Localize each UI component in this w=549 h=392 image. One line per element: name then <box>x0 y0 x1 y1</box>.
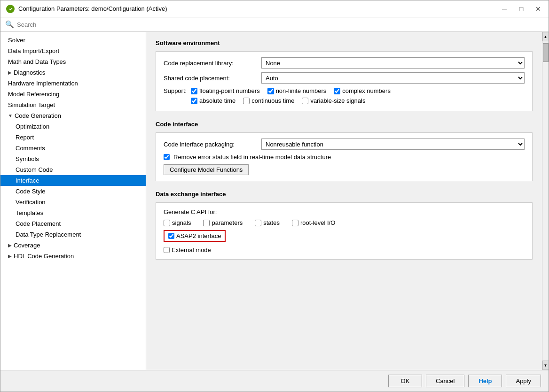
sidebar-label-symbols: Symbols <box>16 155 39 162</box>
complex-checkbox[interactable] <box>334 88 340 94</box>
continuous-time-label: continuous time <box>251 97 294 104</box>
sidebar-label-verification: Verification <box>16 199 46 206</box>
root-level-io-checkbox-item: root-level I/O <box>292 219 335 226</box>
code-replacement-row: Code replacement library: None <box>164 57 525 69</box>
sidebar-label-simulation-target: Simulation Target <box>8 101 55 108</box>
floating-point-checkbox-item: floating-point numbers <box>191 87 260 94</box>
sidebar-item-code-placement[interactable]: Code Placement <box>0 218 146 229</box>
sidebar-label-custom-code: Custom Code <box>16 166 53 173</box>
remove-error-checkbox[interactable] <box>164 154 170 160</box>
shared-code-row: Shared code placement: Auto <box>164 72 525 84</box>
main-window: Configuration Parameters: demo/Configura… <box>0 0 549 392</box>
svg-point-0 <box>8 7 13 11</box>
signals-label: signals <box>172 219 191 226</box>
minimize-button[interactable]: ─ <box>498 3 511 15</box>
asap2-row: ASAP2 interface <box>164 230 226 242</box>
external-mode-row: External mode <box>164 246 525 254</box>
maximize-button[interactable]: □ <box>515 3 528 15</box>
code-replacement-select[interactable]: None <box>261 57 525 69</box>
sidebar-item-data-type-replacement[interactable]: Data Type Replacement <box>0 229 146 240</box>
sidebar-item-coverage[interactable]: ▶Coverage <box>0 240 146 251</box>
sidebar-label-code-style: Code Style <box>16 188 46 195</box>
scroll-down-arrow[interactable]: ▼ <box>542 361 549 370</box>
data-exchange-title: Data exchange interface <box>156 191 533 198</box>
code-replacement-label: Code replacement library: <box>164 60 258 67</box>
configure-model-functions-button[interactable]: Configure Model Functions <box>164 164 249 175</box>
non-finite-label: non-finite numbers <box>276 87 327 94</box>
external-mode-label: External mode <box>172 246 211 254</box>
data-exchange-section: Data exchange interface Generate C API f… <box>156 191 533 260</box>
sidebar-label-optimization: Optimization <box>16 123 49 130</box>
sidebar-label-comments: Comments <box>16 145 45 152</box>
non-finite-checkbox[interactable] <box>267 88 274 94</box>
sidebar-item-hardware-implementation[interactable]: Hardware Implementation <box>0 78 146 89</box>
sidebar-item-model-referencing[interactable]: Model Referencing <box>0 89 146 100</box>
help-button[interactable]: Help <box>468 375 502 387</box>
sidebar-item-report[interactable]: Report <box>0 132 146 143</box>
sidebar-item-simulation-target[interactable]: Simulation Target <box>0 100 146 110</box>
sidebar-item-templates[interactable]: Templates <box>0 208 146 218</box>
sidebar-item-optimization[interactable]: Optimization <box>0 121 146 132</box>
code-interface-title: Code interface <box>156 121 533 128</box>
signals-checkbox-item: signals <box>164 219 191 226</box>
sidebar-item-code-style[interactable]: Code Style <box>0 186 146 197</box>
window-title: Configuration Parameters: demo/Configura… <box>18 5 167 12</box>
remove-error-row: Remove error status field in real-time m… <box>164 154 525 161</box>
scroll-thumb[interactable] <box>543 43 549 62</box>
sidebar-item-data-import-export[interactable]: Data Import/Export <box>0 46 146 56</box>
arrow-icon-diagnostics: ▶ <box>8 70 12 75</box>
sidebar-label-hardware-implementation: Hardware Implementation <box>8 80 78 87</box>
apply-button[interactable]: Apply <box>506 375 541 387</box>
support-row1: Support: floating-point numbers non-fini… <box>164 87 525 94</box>
ok-button[interactable]: OK <box>388 375 422 387</box>
variable-size-checkbox[interactable] <box>302 98 308 104</box>
floating-point-checkbox[interactable] <box>191 88 197 94</box>
main-content: SolverData Import/ExportMath and Data Ty… <box>0 32 549 370</box>
sidebar-item-hdl-code-generation[interactable]: ▶HDL Code Generation <box>0 251 146 261</box>
sidebar-item-math-data-types[interactable]: Math and Data Types <box>0 56 146 67</box>
parameters-checkbox[interactable] <box>203 220 210 226</box>
scrollbar-track: ▲ ▼ <box>542 32 549 370</box>
app-icon <box>6 5 15 13</box>
asap2-checkbox[interactable] <box>168 233 174 239</box>
close-button[interactable]: ✕ <box>532 3 545 15</box>
external-mode-checkbox[interactable] <box>164 247 170 253</box>
states-label: states <box>263 219 280 226</box>
absolute-time-label: absolute time <box>199 97 235 104</box>
scroll-up-arrow[interactable]: ▲ <box>542 32 549 41</box>
packaging-label: Code interface packaging: <box>164 141 258 148</box>
sidebar-item-solver[interactable]: Solver <box>0 35 146 46</box>
code-interface-section: Code interface Code interface packaging:… <box>156 121 533 181</box>
sidebar-item-code-generation[interactable]: ▼Code Generation <box>0 110 146 121</box>
root-level-io-checkbox[interactable] <box>292 220 298 226</box>
absolute-time-checkbox[interactable] <box>191 98 197 104</box>
software-environment-section: Software environment Code replacement li… <box>156 39 533 111</box>
search-icon: 🔍 <box>5 20 14 29</box>
sidebar-item-comments[interactable]: Comments <box>0 143 146 154</box>
parameters-label: parameters <box>212 219 243 226</box>
sidebar-label-model-referencing: Model Referencing <box>8 91 59 98</box>
sidebar-item-symbols[interactable]: Symbols <box>0 154 146 164</box>
shared-code-select[interactable]: Auto <box>261 72 525 84</box>
sidebar-item-interface[interactable]: Interface <box>0 175 146 186</box>
sidebar-label-report: Report <box>16 134 34 141</box>
support-row2: absolute time continuous time variable-s… <box>191 97 525 104</box>
floating-point-label: floating-point numbers <box>199 87 260 94</box>
search-input[interactable] <box>17 21 544 28</box>
cancel-button[interactable]: Cancel <box>426 375 464 387</box>
sidebar-item-diagnostics[interactable]: ▶Diagnostics <box>0 67 146 78</box>
software-environment-title: Software environment <box>156 39 533 46</box>
sidebar-label-interface: Interface <box>16 177 39 184</box>
packaging-select[interactable]: Nonreusable function <box>261 138 525 150</box>
sidebar-label-data-type-replacement: Data Type Replacement <box>16 231 81 238</box>
states-checkbox[interactable] <box>255 220 261 226</box>
sidebar-item-custom-code[interactable]: Custom Code <box>0 164 146 175</box>
signals-checkbox[interactable] <box>164 220 170 226</box>
content-scroll: Software environment Code replacement li… <box>146 32 542 370</box>
sidebar-item-verification[interactable]: Verification <box>0 197 146 208</box>
sidebar-label-solver: Solver <box>8 37 25 44</box>
code-replacement-select-wrap: None <box>261 57 525 69</box>
non-finite-checkbox-item: non-finite numbers <box>267 87 327 94</box>
arrow-icon-hdl-code-generation: ▶ <box>8 254 12 259</box>
continuous-time-checkbox[interactable] <box>243 98 250 104</box>
